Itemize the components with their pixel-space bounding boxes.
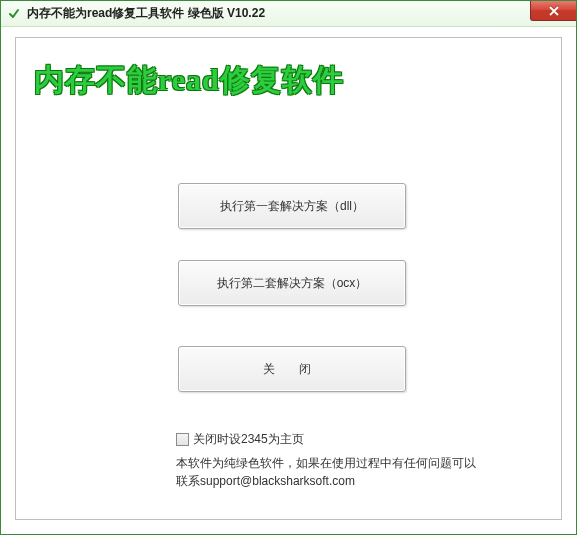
info-text: 本软件为纯绿色软件，如果在使用过程中有任何问题可以 联系support@blac… <box>176 454 496 490</box>
plan2-button-label: 执行第二套解决方案（ocx） <box>217 275 368 292</box>
app-icon <box>7 7 21 21</box>
inner-panel: 内存不能read修复软件 执行第一套解决方案（dll） 执行第二套解决方案（oc… <box>15 37 562 520</box>
close-button[interactable]: 关 闭 <box>178 346 406 392</box>
close-icon <box>548 6 560 16</box>
plan1-button[interactable]: 执行第一套解决方案（dll） <box>178 183 406 229</box>
footer: 关闭时设2345为主页 本软件为纯绿色软件，如果在使用过程中有任何问题可以 联系… <box>176 430 496 490</box>
plan2-button[interactable]: 执行第二套解决方案（ocx） <box>178 260 406 306</box>
homepage-checkbox[interactable] <box>176 433 189 446</box>
homepage-checkbox-label: 关闭时设2345为主页 <box>193 430 304 448</box>
info-line2: 联系support@blacksharksoft.com <box>176 474 355 488</box>
page-title: 内存不能read修复软件 <box>34 60 344 101</box>
info-line1: 本软件为纯绿色软件，如果在使用过程中有任何问题可以 <box>176 456 476 470</box>
client-area: 内存不能read修复软件 执行第一套解决方案（dll） 执行第二套解决方案（oc… <box>1 27 576 534</box>
window-title: 内存不能为read修复工具软件 绿色版 V10.22 <box>27 5 265 22</box>
window: 内存不能为read修复工具软件 绿色版 V10.22 内存不能read修复软件 … <box>0 0 577 535</box>
titlebar: 内存不能为read修复工具软件 绿色版 V10.22 <box>1 1 576 27</box>
homepage-checkbox-row: 关闭时设2345为主页 <box>176 430 496 448</box>
close-button-label: 关 闭 <box>263 361 320 378</box>
plan1-button-label: 执行第一套解决方案（dll） <box>220 198 364 215</box>
window-close-button[interactable] <box>530 1 576 21</box>
